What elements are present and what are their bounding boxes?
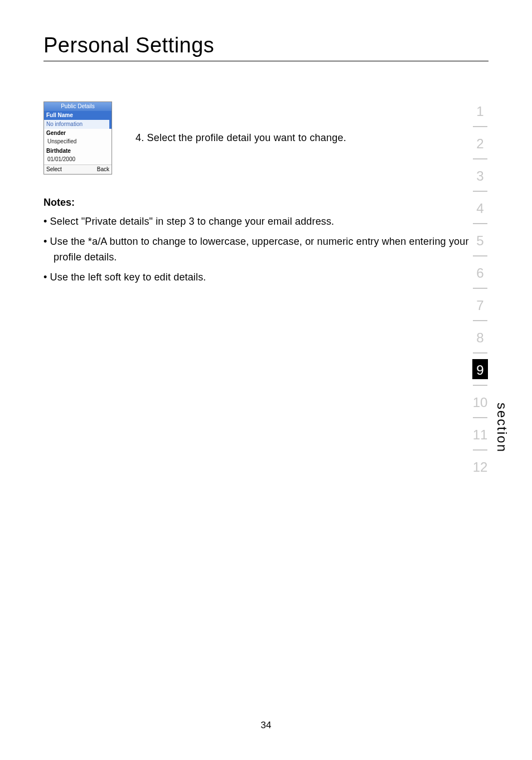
section-nav-separator <box>473 255 487 256</box>
phone-row-label: Full Name <box>44 111 112 120</box>
section-nav-number[interactable]: 12 <box>472 456 489 476</box>
notes-heading: Notes: <box>43 197 489 209</box>
section-nav-number[interactable]: 7 <box>472 294 489 314</box>
page-title: Personal Settings <box>43 33 214 57</box>
section-nav-number[interactable]: 1 <box>472 100 489 120</box>
page-number: 34 <box>0 720 532 731</box>
section-nav-separator <box>473 385 487 386</box>
notes-item: Use the *a/A button to change to lowerca… <box>43 234 489 265</box>
section-nav-number[interactable]: 6 <box>472 262 489 282</box>
phone-titlebar: Public Details <box>44 102 112 111</box>
section-nav-separator <box>473 320 487 321</box>
phone-row-value: Unspecified <box>44 138 112 147</box>
section-nav-number[interactable]: 9 <box>472 359 488 379</box>
phone-row-value: 01/01/2000 <box>44 156 112 164</box>
section-nav-number[interactable]: 8 <box>472 327 489 347</box>
section-nav-items: 123456789101112 <box>472 100 489 476</box>
section-nav-separator <box>473 158 487 159</box>
section-nav-separator <box>473 449 487 451</box>
notes-block: Notes: Select "Private details" in step … <box>43 197 489 285</box>
section-nav-separator <box>473 223 487 224</box>
phone-row-label: Birthdate <box>44 147 112 156</box>
section-nav-separator <box>473 288 487 289</box>
phone-softkey-bar: Select Back <box>44 164 112 174</box>
notes-item: Select "Private details" in step 3 to ch… <box>43 214 489 230</box>
section-nav-separator <box>473 126 487 127</box>
step-row: Public Details Full Name No information … <box>43 101 489 175</box>
step-instruction: 4. Select the profile detail you want to… <box>136 132 346 144</box>
phone-row-value: No information <box>44 120 112 129</box>
phone-screen-mockup: Public Details Full Name No information … <box>43 101 112 175</box>
section-nav-number[interactable]: 10 <box>472 391 489 412</box>
section-nav-number[interactable]: 4 <box>472 197 489 217</box>
section-nav-number[interactable]: 2 <box>472 133 489 153</box>
section-nav-separator <box>473 352 487 354</box>
section-nav-number[interactable]: 5 <box>472 230 489 250</box>
section-nav-separator <box>473 191 487 192</box>
section-nav-number[interactable]: 11 <box>472 424 489 444</box>
section-nav-separator <box>473 417 487 418</box>
notes-item: Use the left soft key to edit details. <box>43 270 489 285</box>
heading-row: Personal Settings <box>43 33 489 61</box>
phone-row-label: Gender <box>44 129 112 138</box>
section-label: section <box>494 403 510 453</box>
phone-softkey-left: Select <box>46 166 62 173</box>
section-navigator: section 123456789101112 <box>472 100 510 476</box>
phone-softkey-right: Back <box>97 166 109 173</box>
section-nav-number[interactable]: 3 <box>472 165 489 185</box>
notes-list: Select "Private details" in step 3 to ch… <box>43 214 489 285</box>
